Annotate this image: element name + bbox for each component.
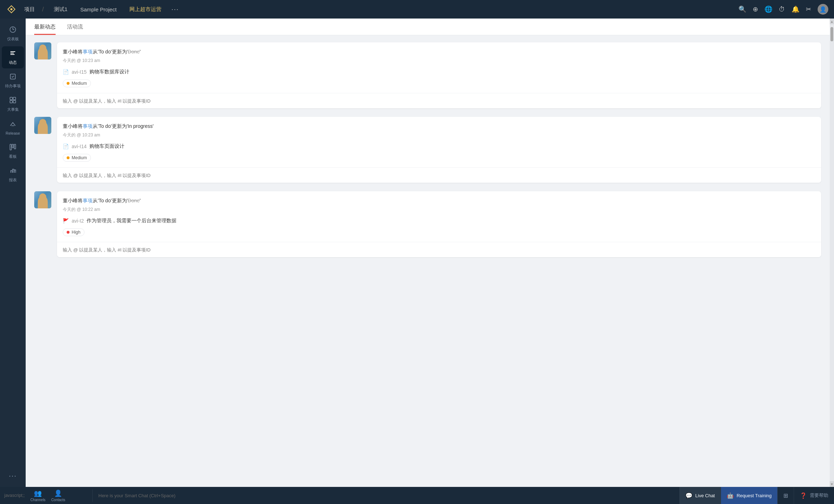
activity-link-2[interactable]: 事项 — [83, 123, 93, 129]
livechat-label: Live Chat — [695, 493, 715, 498]
kanban-icon — [9, 144, 16, 152]
tab-activity-stream[interactable]: 活动流 — [67, 19, 83, 35]
smart-chat-placeholder[interactable]: Here is your Smart Chat (Ctrl+Space) — [93, 493, 679, 498]
nav-tab-active[interactable]: 网上超市运营 — [127, 5, 164, 14]
issue-title-1: 购物车数据库设计 — [89, 69, 129, 75]
activity-title-2: 董小峰将事项从'To do'更新为'In progress' — [63, 123, 815, 130]
activity-row-1: 董小峰将事项从'To do'更新为'Done' 今天的 @ 10:23 am 📄… — [34, 42, 821, 108]
report-icon — [9, 167, 16, 176]
sidebar-item-milestone[interactable]: 大事集 — [2, 93, 24, 115]
priority-label-1: Medium — [72, 81, 87, 86]
issue-id-3: avi-I2 — [72, 218, 84, 224]
bottom-left: javascript;; 👥 Channels 👤 Contacts — [0, 489, 93, 502]
sidebar-dashboard-label: 仪表板 — [7, 36, 19, 42]
sidebar-item-dashboard[interactable]: 仪表板 — [2, 23, 24, 45]
avatar-3 — [34, 191, 51, 208]
nav-tab-test1[interactable]: 测试1 — [51, 5, 70, 14]
activity-action-2: 从'To do'更新为'In progress' — [93, 123, 154, 129]
sidebar-item-report[interactable]: 报表 — [2, 164, 24, 186]
sidebar: 仪表板 动态 待办事项 — [0, 19, 26, 487]
sidebar-item-kanban[interactable]: 看板 — [2, 140, 24, 162]
contacts-button[interactable]: 👤 Contacts — [51, 489, 65, 502]
priority-label-2: Medium — [72, 155, 87, 160]
grid-icon: ⊞ — [783, 492, 788, 499]
livechat-button[interactable]: 💬 Live Chat — [679, 487, 721, 504]
svg-rect-6 — [10, 97, 12, 100]
priority-badge-1: Medium — [63, 79, 91, 87]
priority-badge-2: Medium — [63, 154, 91, 162]
activity-user-1: 董小峰将 — [63, 49, 83, 54]
training-label: Request Training — [737, 493, 772, 498]
livechat-icon: 💬 — [685, 492, 693, 499]
comment-section-1[interactable] — [57, 93, 821, 108]
activity-link-1[interactable]: 事项 — [83, 49, 93, 54]
activity-issue-1[interactable]: 📄 avi-I15 购物车数据库设计 — [63, 69, 815, 75]
sidebar-more[interactable]: ··· — [9, 469, 17, 483]
nav-separator: / — [42, 6, 44, 13]
scroll-down-arrow[interactable]: ▼ — [830, 481, 834, 487]
priority-badge-3: High — [63, 228, 84, 236]
activity-card-2: 董小峰将事项从'To do'更新为'In progress' 今天的 @ 10:… — [57, 117, 821, 183]
right-scrollbar[interactable]: ▲ ▼ — [830, 19, 834, 487]
svg-rect-3 — [10, 53, 14, 53]
activity-row-3: 董小峰将事项从'To do'更新为'Done' 今天的 @ 10:22 am 🚩… — [34, 191, 821, 257]
svg-point-0 — [10, 8, 12, 10]
app-logo[interactable] — [6, 4, 17, 15]
milestone-icon — [9, 97, 16, 105]
priority-dot-2 — [67, 156, 70, 159]
comment-section-3[interactable] — [57, 242, 821, 257]
activity-user-3: 董小峰将 — [63, 198, 83, 203]
comment-input-1[interactable] — [63, 98, 815, 104]
sidebar-milestone-label: 大事集 — [7, 107, 19, 112]
activity-feed[interactable]: 董小峰将事项从'To do'更新为'Done' 今天的 @ 10:23 am 📄… — [26, 35, 830, 487]
activity-link-3[interactable]: 事项 — [83, 198, 93, 203]
globe-icon[interactable]: 🌐 — [764, 5, 772, 13]
training-button[interactable]: 🤖 Request Training — [721, 487, 777, 504]
comment-input-3[interactable] — [63, 247, 815, 253]
help-icon: ❓ — [800, 492, 807, 499]
scroll-track[interactable] — [830, 24, 834, 481]
tabs-bar: 最新动态 活动流 — [26, 19, 830, 35]
scroll-up-arrow[interactable]: ▲ — [830, 19, 834, 24]
priority-dot-3 — [67, 231, 70, 234]
bottom-right: 💬 Live Chat 🤖 Request Training ⊞ ❓ 需要帮助 — [679, 487, 834, 504]
search-icon[interactable]: 🔍 — [738, 5, 746, 13]
activity-time-3: 今天的 @ 10:22 am — [63, 207, 815, 213]
svg-rect-11 — [12, 144, 14, 148]
activity-title-3: 董小峰将事项从'To do'更新为'Done' — [63, 197, 815, 204]
activity-issue-2[interactable]: 📄 avi-I14 购物车页面设计 — [63, 143, 815, 150]
grid-button[interactable]: ⊞ — [777, 487, 794, 504]
issue-icon-3: 🚩 — [63, 218, 69, 224]
activity-issue-3[interactable]: 🚩 avi-I2 作为管理员，我需要一个后台来管理数据 — [63, 218, 815, 224]
sidebar-item-activity[interactable]: 动态 — [2, 46, 24, 68]
svg-rect-4 — [10, 54, 15, 55]
project-label[interactable]: 项目 — [24, 6, 35, 13]
add-icon[interactable]: ⊕ — [753, 5, 758, 13]
comment-input-2[interactable] — [63, 173, 815, 178]
svg-rect-9 — [13, 100, 16, 103]
sidebar-item-release[interactable]: Release — [2, 117, 24, 139]
comment-section-2[interactable] — [57, 167, 821, 183]
tab-latest[interactable]: 最新动态 — [34, 19, 56, 35]
user-avatar[interactable]: 👤 — [818, 4, 828, 15]
sidebar-item-todo[interactable]: 待办事项 — [2, 70, 24, 92]
avatar-1 — [34, 42, 51, 59]
dashboard-icon — [9, 26, 16, 35]
nav-more-button[interactable]: ··· — [171, 6, 179, 13]
issue-icon-2: 📄 — [63, 144, 69, 149]
todo-icon — [9, 73, 16, 82]
priority-dot-1 — [67, 82, 70, 85]
notification-icon[interactable]: 🔔 — [792, 5, 799, 13]
activity-title-1: 董小峰将事项从'To do'更新为'Done' — [63, 48, 815, 56]
svg-rect-12 — [14, 144, 16, 149]
release-icon — [9, 121, 16, 130]
scroll-thumb[interactable] — [830, 27, 833, 41]
main-layout: 仪表板 动态 待办事项 — [0, 19, 834, 487]
sidebar-kanban-label: 看板 — [9, 154, 17, 159]
avatar-2 — [34, 117, 51, 134]
settings-icon[interactable]: ✂ — [806, 5, 811, 13]
help-button[interactable]: ❓ 需要帮助 — [794, 487, 834, 504]
clock-icon[interactable]: ⏱ — [779, 6, 785, 13]
channels-button[interactable]: 👥 Channels — [30, 489, 45, 502]
nav-tab-sample[interactable]: Sample Project — [77, 5, 119, 14]
